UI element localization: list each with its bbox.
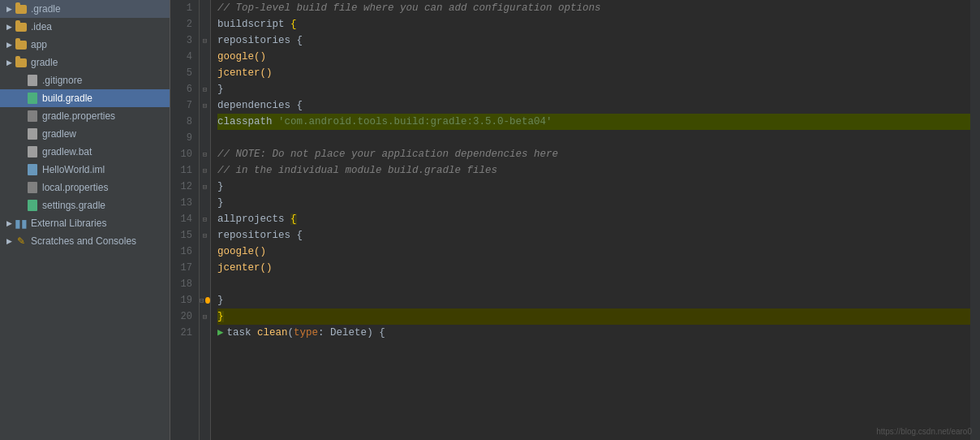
fold-marker-14[interactable]: ⊟: [200, 211, 210, 227]
fold-marker-4: [200, 49, 210, 65]
scratches-icon: ✎: [15, 235, 28, 248]
sidebar-item-scratches-consoles[interactable]: ▶ ✎ Scratches and Consoles: [0, 232, 170, 250]
properties-file-icon: [26, 181, 39, 194]
sidebar-item-gitignore[interactable]: ▶ .gitignore: [0, 71, 170, 89]
sidebar-item-label: local.properties: [42, 182, 108, 193]
fold-marker-7[interactable]: ⊟: [200, 97, 210, 114]
sidebar-item-label: settings.gradle: [42, 200, 105, 211]
sidebar-item-gradle-hidden[interactable]: ▶ .gradle: [0, 0, 170, 18]
sidebar-item-label: app: [31, 39, 47, 50]
folder-icon: [15, 38, 28, 51]
fold-marker-10[interactable]: ⊟: [200, 146, 210, 162]
code-line-14: allprojects {: [217, 211, 970, 227]
code-line-15: repositories {: [217, 227, 970, 244]
code-text-17: jcenter(): [217, 260, 970, 276]
sidebar-item-label: build.gradle: [42, 93, 92, 104]
iml-file-icon: [26, 163, 39, 176]
file-tree: ▶ .gradle ▶ .idea ▶ app ▶ gradle ▶ .giti…: [0, 0, 170, 440]
code-line-16: google(): [217, 244, 970, 260]
code-text-16: google(): [217, 244, 970, 260]
code-text-20: }: [217, 308, 970, 325]
fold-marker-15[interactable]: ⊟: [200, 227, 210, 244]
sidebar-item-idea[interactable]: ▶ .idea: [0, 18, 170, 36]
code-line-9: [217, 130, 970, 146]
sidebar-item-label: gradle: [31, 57, 58, 68]
code-line-20: }: [217, 308, 970, 325]
fold-marker-6[interactable]: ⊟: [200, 81, 210, 97]
code-text-13: }: [217, 195, 970, 211]
sidebar-item-helloworld-iml[interactable]: ▶ HelloWorld.iml: [0, 161, 170, 179]
chevron-right-icon: ▶: [5, 58, 13, 67]
sidebar-item-label: External Libraries: [31, 218, 106, 229]
fold-marker-19: ⊟: [200, 292, 210, 308]
code-text-10: // NOTE: Do not place your application d…: [217, 146, 970, 162]
folder-icon: [15, 20, 28, 33]
code-line-18: [217, 276, 970, 292]
chevron-right-icon: ▶: [5, 219, 13, 227]
code-text-19: }: [217, 292, 970, 308]
code-text-14: allprojects {: [217, 211, 970, 227]
external-libs-icon: ▮▮: [15, 217, 28, 230]
fold-marker-20[interactable]: ⊟: [200, 308, 210, 325]
sidebar-item-app[interactable]: ▶ app: [0, 36, 170, 54]
sidebar-item-local-properties[interactable]: ▶ local.properties: [0, 179, 170, 196]
fold-marker-2: [200, 16, 210, 32]
sidebar-item-settings-gradle[interactable]: ▶ settings.gradle: [0, 196, 170, 214]
code-editor: 1 2 3 4 5 6 7 8 9 10 11 12 13 14 15 16 1…: [170, 0, 980, 440]
folder-icon: [15, 2, 28, 15]
fold-marker-17: [200, 260, 210, 276]
sidebar-item-gradlew-bat[interactable]: ▶ gradlew.bat: [0, 143, 170, 161]
sidebar-item-label: gradlew: [42, 128, 76, 140]
sidebar-item-gradle-properties[interactable]: ▶ gradle.properties: [0, 107, 170, 125]
watermark: https://blog.csdn.net/earo0: [876, 427, 972, 436]
right-gutter: [970, 0, 980, 440]
code-line-10: // NOTE: Do not place your application d…: [217, 146, 970, 162]
code-text-8: classpath 'com.android.tools.build:gradl…: [217, 114, 970, 130]
file-icon: [26, 74, 39, 87]
sidebar-item-external-libraries[interactable]: ▶ ▮▮ External Libraries: [0, 214, 170, 232]
code-text-1: // Top-level build file where you can ad…: [217, 0, 970, 16]
code-text-6: }: [217, 81, 970, 97]
fold-marker-1: [200, 0, 210, 16]
fold-marker-8: [200, 114, 210, 130]
folder-icon: [15, 56, 28, 69]
chevron-right-icon: ▶: [5, 41, 13, 49]
code-line-1: // Top-level build file where you can ad…: [217, 0, 970, 16]
properties-file-icon: [26, 110, 39, 123]
code-line-17: jcenter(): [217, 260, 970, 276]
gradle-file-icon: [26, 199, 39, 212]
code-line-12: }: [217, 179, 970, 195]
code-line-13: }: [217, 195, 970, 211]
sidebar-item-label: .gradle: [31, 3, 61, 15]
code-line-4: google(): [217, 49, 970, 65]
chevron-right-icon: ▶: [5, 5, 13, 13]
code-line-11: // in the individual module build.gradle…: [217, 162, 970, 179]
sidebar-item-label: .idea: [31, 21, 52, 32]
sidebar-item-label: HelloWorld.iml: [42, 164, 105, 175]
sidebar-item-label: Scratches and Consoles: [31, 235, 136, 247]
code-line-8: classpath 'com.android.tools.build:gradl…: [217, 114, 970, 130]
sidebar-item-gradle-folder[interactable]: ▶ gradle: [0, 54, 170, 71]
sidebar-item-build-gradle[interactable]: ▶ build.gradle: [0, 89, 170, 107]
code-text-12: }: [217, 179, 970, 195]
sidebar-item-label: gradlew.bat: [42, 146, 92, 157]
sidebar-item-label: .gitignore: [42, 75, 82, 86]
code-text-15: repositories {: [217, 227, 970, 244]
fold-marker-12[interactable]: ⊟: [200, 179, 210, 195]
fold-marker-16: [200, 244, 210, 260]
code-text-7: dependencies {: [217, 97, 970, 114]
code-content[interactable]: // Top-level build file where you can ad…: [211, 0, 970, 440]
fold-marker-11[interactable]: ⊟: [200, 162, 210, 179]
fold-marker-21: [200, 325, 210, 341]
fold-gutter: ⊟ ⊟ ⊟ ⊟ ⊟ ⊟ ⊟ ⊟ ⊟ ⊟: [200, 0, 211, 440]
code-text-5: jcenter(): [217, 65, 970, 81]
fold-marker-5: [200, 65, 210, 81]
sidebar-item-gradlew[interactable]: ▶ gradlew: [0, 125, 170, 143]
fold-marker-3[interactable]: ⊟: [200, 32, 210, 49]
fold-marker-13: [200, 195, 210, 211]
file-icon: [26, 127, 39, 140]
fold-marker-18: [200, 276, 210, 292]
code-line-5: jcenter(): [217, 65, 970, 81]
code-line-19: }: [217, 292, 970, 308]
gradle-file-icon: [26, 92, 39, 105]
